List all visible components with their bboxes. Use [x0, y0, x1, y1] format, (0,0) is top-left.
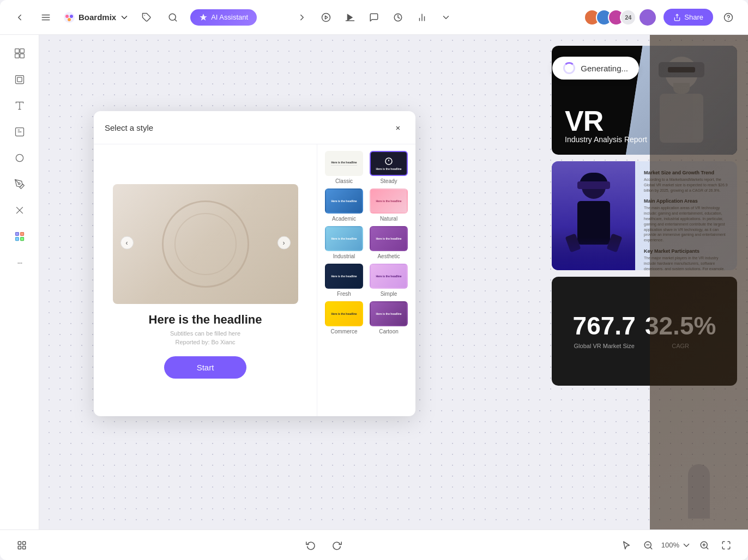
style-academic[interactable]: Here is the headline Academic: [324, 188, 364, 222]
bottom-center-controls: [302, 537, 346, 554]
style-steady[interactable]: Here is the headline Steady: [369, 151, 409, 184]
bottom-bar: 100%: [0, 529, 748, 560]
style-thumb-industrial: Here is the headline: [325, 226, 363, 251]
menu-button[interactable]: [37, 9, 55, 26]
style-commerce[interactable]: Here is the headline Commerce: [324, 301, 364, 334]
svg-rect-23: [20, 54, 24, 58]
search-button[interactable]: [164, 9, 182, 26]
style-academic-label: Academic: [332, 216, 356, 222]
zoom-in-button[interactable]: [696, 537, 713, 554]
ai-icon: [199, 13, 208, 22]
tool-data[interactable]: [8, 224, 32, 248]
tool-more[interactable]: ···: [8, 251, 32, 275]
undo-button[interactable]: [302, 537, 319, 554]
style-simple[interactable]: Here is the headline Simple: [369, 264, 409, 297]
more-center-button[interactable]: [437, 9, 455, 26]
style-industrial[interactable]: Here is the headline Industrial: [324, 226, 364, 259]
preview-headline: Here is the headline: [113, 313, 298, 327]
canvas-area[interactable]: Generating... Select a style × ‹: [39, 35, 748, 529]
play-button[interactable]: [317, 9, 335, 26]
svg-point-6: [68, 18, 71, 21]
style-cartoon-label: Cartoon: [379, 328, 399, 334]
brand-dropdown-icon: [119, 13, 129, 22]
redo-button[interactable]: [328, 537, 346, 554]
style-thumb-aesthetic: Here is the headline: [370, 226, 408, 251]
topbar-right: 24 Share: [584, 8, 737, 27]
bottom-right-controls: 100%: [618, 537, 735, 554]
help-button[interactable]: [720, 9, 737, 26]
tool-note[interactable]: [8, 120, 32, 144]
style-row-2: Here is the headline Academic Here is th…: [324, 188, 409, 222]
zoom-level[interactable]: 100%: [661, 540, 691, 550]
tag-button[interactable]: [138, 9, 155, 26]
stat-market-label: Global VR Market Size: [573, 343, 636, 349]
style-steady-label: Steady: [380, 178, 397, 184]
svg-rect-43: [23, 541, 26, 544]
tool-text[interactable]: [8, 94, 32, 118]
style-commerce-label: Commerce: [331, 328, 358, 334]
vr-big-text: VR: [565, 107, 647, 135]
ai-assistant-button[interactable]: AI Assistant: [190, 9, 257, 26]
style-row-3: Here is the headline Industrial Here is …: [324, 226, 409, 259]
brand-icon: [63, 11, 75, 23]
topbar-center: [293, 9, 455, 26]
svg-point-32: [18, 183, 20, 185]
style-row-4: Here is the headline Fresh Here is the h…: [324, 264, 409, 297]
generating-label: Generating...: [581, 64, 628, 73]
tool-connector[interactable]: [8, 198, 32, 222]
user-avatar[interactable]: [638, 8, 657, 27]
expand-button[interactable]: [293, 9, 311, 26]
left-toolbar: ···: [0, 35, 39, 529]
style-aesthetic[interactable]: Here is the headline Aesthetic: [369, 226, 409, 259]
topbar-left: Boardmix AI Assistant: [11, 9, 257, 26]
ai-label: AI Assistant: [211, 13, 248, 21]
style-cartoon[interactable]: Here is the headline Cartoon: [369, 301, 409, 334]
topbar: Boardmix AI Assistant: [0, 0, 748, 35]
timer-button[interactable]: [389, 9, 407, 26]
zoom-out-button[interactable]: [640, 537, 657, 554]
brand-logo[interactable]: Boardmix: [63, 11, 129, 23]
svg-marker-11: [325, 16, 328, 19]
preview-next-button[interactable]: ›: [278, 236, 291, 249]
svg-point-10: [322, 13, 330, 21]
share-icon: [673, 14, 681, 21]
svg-rect-20: [15, 49, 19, 53]
right-panel: VR Industry Analysis Report: [552, 35, 748, 529]
svg-rect-21: [20, 49, 24, 53]
avatar-count: 24: [620, 9, 636, 26]
style-row-5: Here is the headline Commerce Here is th…: [324, 301, 409, 334]
fullscreen-button[interactable]: [717, 537, 735, 554]
tool-shape[interactable]: [8, 146, 32, 170]
style-preview-image: [113, 184, 298, 304]
style-classic[interactable]: Here is the headline Classic: [324, 151, 364, 184]
bottom-left-controls: [13, 537, 31, 554]
tool-frame[interactable]: [8, 68, 32, 92]
tool-pen[interactable]: [8, 172, 32, 196]
style-thumb-classic: Here is the headline: [325, 151, 363, 176]
stat-market-number: 767.7: [573, 313, 636, 338]
vr-subtitle: Industry Analysis Report: [565, 135, 647, 144]
start-button[interactable]: Start: [164, 356, 247, 379]
style-thumb-cartoon: Here is the headline: [370, 301, 408, 326]
style-fresh[interactable]: Here is the headline Fresh: [324, 264, 364, 297]
comment-button[interactable]: [365, 9, 383, 26]
svg-rect-22: [15, 54, 19, 58]
style-modal-close[interactable]: ×: [391, 121, 405, 134]
style-thumb-natural: Here is the headline: [370, 188, 408, 214]
slide-stats[interactable]: 767.7 Global VR Market Size 32.5% CAGR: [552, 277, 737, 386]
chart-button[interactable]: [413, 9, 431, 26]
canvas-main: ··· Generating... Select a style × ‹: [0, 35, 748, 529]
svg-point-5: [70, 15, 73, 18]
share-button[interactable]: Share: [663, 9, 713, 26]
preview-text-area: Here is the headline Subtitles can be fi…: [113, 313, 298, 345]
svg-point-31: [16, 154, 23, 161]
thumbnail-button[interactable]: [13, 537, 31, 554]
back-button[interactable]: [11, 9, 28, 26]
svg-rect-42: [18, 541, 21, 544]
pointer-button[interactable]: [618, 537, 635, 554]
preview-prev-button[interactable]: ‹: [120, 236, 134, 249]
svg-rect-35: [15, 233, 19, 236]
style-natural[interactable]: Here is the headline Natural: [369, 188, 409, 222]
present-button[interactable]: [341, 9, 359, 26]
tool-home[interactable]: [8, 41, 32, 65]
